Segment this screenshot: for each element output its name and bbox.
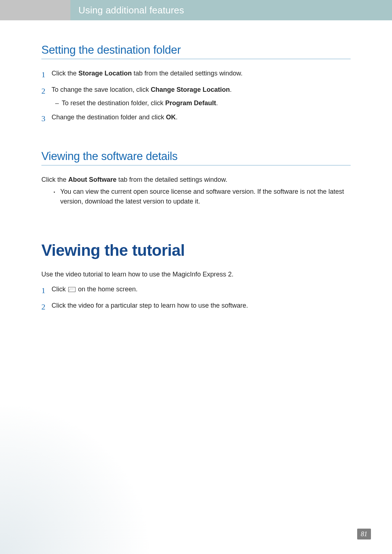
step-body: Change the destination folder and click …: [52, 112, 351, 122]
bullet-item: ▪ You can view the current open source l…: [54, 187, 351, 206]
step-number: 1: [41, 284, 52, 296]
intro-text-bold: About Software: [68, 176, 117, 183]
header-tab-label: Using additional features: [78, 5, 184, 16]
step-subtext: .: [216, 99, 218, 107]
step-body: To change the save location, click Chang…: [52, 85, 351, 108]
step-body: Click the Storage Location tab from the …: [52, 69, 351, 78]
section-heading-software-details: Viewing the software details: [41, 150, 351, 165]
step-number: 3: [41, 112, 52, 124]
steps-tutorial: 1 Click on the home screen. 2 Click the …: [41, 284, 351, 313]
step-number: 2: [41, 85, 52, 97]
step-subtext: To reset the destination folder, click: [62, 99, 165, 107]
step-row: 2 To change the save location, click Cha…: [41, 85, 351, 108]
step-text-bold: Change Storage Location: [151, 86, 230, 93]
page-number-badge: 81: [357, 529, 371, 539]
step-row: 1 Click on the home screen.: [41, 284, 351, 296]
step-text: .: [230, 86, 232, 93]
page-content: Setting the destination folder 1 Click t…: [41, 44, 351, 317]
background-gradient: [0, 402, 152, 554]
header-tab-active: Using additional features: [70, 0, 392, 20]
step-text: Click the video for a particular step to…: [52, 301, 351, 311]
section3-intro: Use the video tutorial to learn how to u…: [41, 270, 351, 279]
step-body: Click on the home screen.: [52, 284, 351, 294]
step-row: 3 Change the destination folder and clic…: [41, 112, 351, 124]
step-row: 2 Click the video for a particular step …: [41, 301, 351, 313]
main-heading-tutorial: Viewing the tutorial: [41, 241, 351, 259]
step-text-bold: Storage Location: [78, 70, 132, 77]
step-subtext-bold: Program Default: [165, 99, 216, 107]
bullet-text: You can view the current open source lic…: [60, 187, 351, 206]
step-text: Click: [52, 286, 68, 293]
step-text-bold: OK: [166, 114, 176, 121]
tutorial-icon: [68, 287, 75, 292]
steps-destination-folder: 1 Click the Storage Location tab from th…: [41, 69, 351, 124]
bullet-icon: ▪: [54, 187, 60, 195]
intro-text: Click the: [41, 176, 68, 183]
step-text: .: [176, 114, 177, 121]
dash-icon: –: [55, 98, 62, 108]
step-text: tab from the detailed settings window.: [132, 70, 242, 77]
section2-intro: Click the About Software tab from the de…: [41, 175, 351, 185]
step-text: Click the: [52, 70, 78, 77]
step-text: To change the save location, click: [52, 86, 151, 93]
intro-text: tab from the detailed settings window.: [117, 176, 227, 183]
step-text: on the home screen.: [78, 286, 138, 293]
header-tab-inactive: [0, 0, 70, 20]
step-number: 1: [41, 69, 52, 81]
page-number: 81: [361, 530, 367, 538]
step-body: Click the video for a particular step to…: [52, 301, 351, 311]
step-text: Change the destination folder and click: [52, 114, 166, 121]
step-row: 1 Click the Storage Location tab from th…: [41, 69, 351, 81]
step-subitem: – To reset the destination folder, click…: [55, 98, 351, 108]
section-heading-destination-folder: Setting the destination folder: [41, 44, 351, 59]
step-number: 2: [41, 301, 52, 313]
